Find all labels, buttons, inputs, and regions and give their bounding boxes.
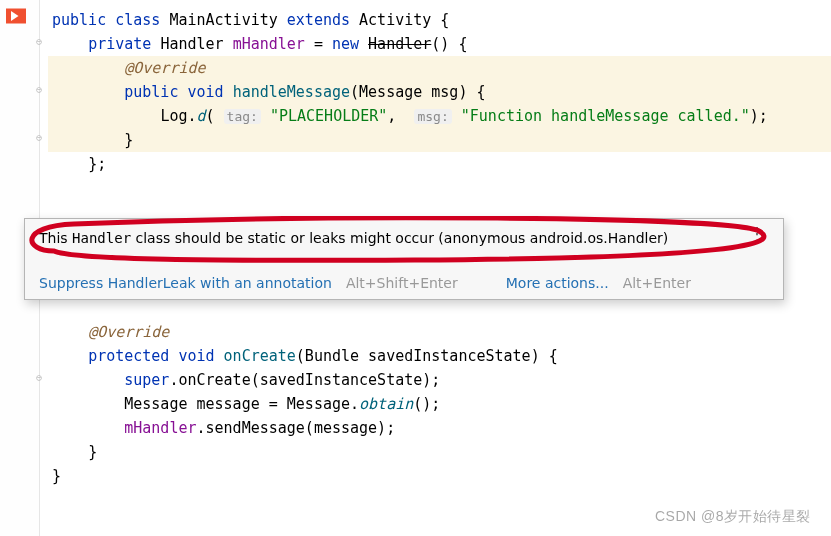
shortcut-hint: Alt+Shift+Enter [346,275,458,291]
suppress-action[interactable]: Suppress HandlerLeak with an annotation [39,275,332,291]
more-actions[interactable]: More actions... [506,275,609,291]
code-line: super.onCreate(savedInstanceState); [48,368,831,392]
code-line: } [48,440,831,464]
inspection-message: This Handler class should be static or l… [39,229,668,249]
code-line: @Override [48,56,831,80]
code-line: }; [48,152,831,176]
more-options-icon[interactable]: ⋮ [744,229,769,239]
code-line: mHandler.sendMessage(message); [48,416,831,440]
code-line: Message message = Message.obtain(); [48,392,831,416]
code-line: Log.d( tag: "PLACEHOLDER", msg: "Functio… [48,104,831,128]
code-line [48,296,831,320]
code-line: @Override [48,320,831,344]
shortcut-hint: Alt+Enter [623,275,691,291]
code-line: public void handleMessage(Message msg) { [48,80,831,104]
code-line: } [48,464,831,488]
code-line: protected void onCreate(Bundle savedInst… [48,344,831,368]
tooltip-actions: Suppress HandlerLeak with an annotation … [25,267,783,299]
code-line: } [48,128,831,152]
code-line [48,176,831,200]
code-line: private Handler mHandler = new Handler()… [48,32,831,56]
inspection-tooltip: This Handler class should be static or l… [24,218,784,300]
code-line: public class MainActivity extends Activi… [48,8,831,32]
watermark: CSDN @8岁开始待星裂 [655,508,811,526]
